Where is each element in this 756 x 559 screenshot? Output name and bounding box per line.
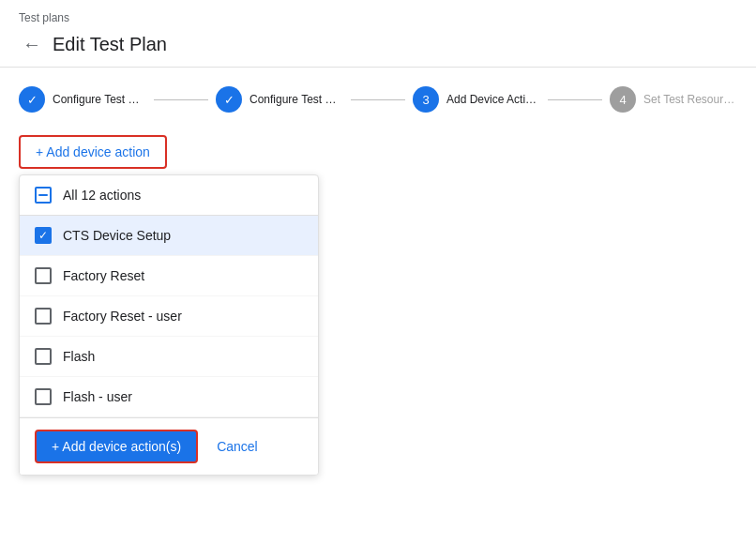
all-actions-checkbox[interactable] xyxy=(35,187,52,204)
flash-label: Flash xyxy=(63,349,95,364)
page-container: Test plans ← Edit Test Plan ✓ Configure … xyxy=(0,0,756,559)
step-circle-2: ✓ xyxy=(216,86,242,113)
flash-user-label: Flash - user xyxy=(63,389,132,404)
cancel-button[interactable]: Cancel xyxy=(213,431,262,461)
cts-device-setup-checkbox[interactable] xyxy=(35,227,52,244)
list-item[interactable]: CTS Device Setup xyxy=(20,216,318,256)
list-item[interactable]: Factory Reset xyxy=(20,256,318,296)
step-connector-1 xyxy=(154,99,208,100)
dropdown-footer: + Add device action(s) Cancel xyxy=(20,417,318,475)
list-item[interactable]: Flash - user xyxy=(20,377,318,417)
dropdown: All 12 actions CTS Device Setup Factory … xyxy=(19,174,319,476)
step-label-2: Configure Test Ru... xyxy=(249,93,343,106)
step-4: 4 Set Test Resourc... xyxy=(610,86,737,113)
stepper: ✓ Configure Test Pl... ✓ Configure Test … xyxy=(0,68,756,128)
main-content: + Add device action All 12 actions CTS D… xyxy=(0,128,756,559)
factory-reset-user-checkbox[interactable] xyxy=(35,308,52,325)
step-label-3: Add Device Actio... xyxy=(446,93,540,106)
step-label-4: Set Test Resourc... xyxy=(643,93,737,106)
step-2: ✓ Configure Test Ru... xyxy=(216,86,343,113)
factory-reset-label: Factory Reset xyxy=(63,268,144,283)
step-connector-3 xyxy=(548,99,602,100)
dropdown-list: All 12 actions CTS Device Setup Factory … xyxy=(20,175,318,417)
step-label-1: Configure Test Pl... xyxy=(53,93,146,106)
list-item[interactable]: Factory Reset - user xyxy=(20,296,318,337)
breadcrumb: Test plans xyxy=(19,11,737,24)
page-title-row: ← Edit Test Plan xyxy=(19,30,737,59)
factory-reset-checkbox[interactable] xyxy=(35,267,52,284)
back-icon: ← xyxy=(23,34,41,55)
step-circle-4: 4 xyxy=(610,86,636,113)
flash-checkbox[interactable] xyxy=(35,348,52,365)
add-device-action-button[interactable]: + Add device action xyxy=(19,135,167,169)
cts-device-setup-label: CTS Device Setup xyxy=(63,228,171,243)
step-circle-3: 3 xyxy=(413,86,439,113)
step-circle-1: ✓ xyxy=(19,86,45,113)
header: Test plans ← Edit Test Plan xyxy=(0,0,756,68)
page-title: Edit Test Plan xyxy=(53,34,167,55)
step-1: ✓ Configure Test Pl... xyxy=(19,86,146,113)
list-item[interactable]: Flash xyxy=(20,337,318,377)
step-connector-2 xyxy=(351,99,405,100)
back-button[interactable]: ← xyxy=(19,30,45,59)
step-3: 3 Add Device Actio... xyxy=(413,86,540,113)
all-actions-label: All 12 actions xyxy=(63,188,141,203)
add-actions-button[interactable]: + Add device action(s) xyxy=(35,430,198,463)
flash-user-checkbox[interactable] xyxy=(35,388,52,405)
all-actions-item[interactable]: All 12 actions xyxy=(20,175,318,216)
factory-reset-user-label: Factory Reset - user xyxy=(63,309,182,324)
